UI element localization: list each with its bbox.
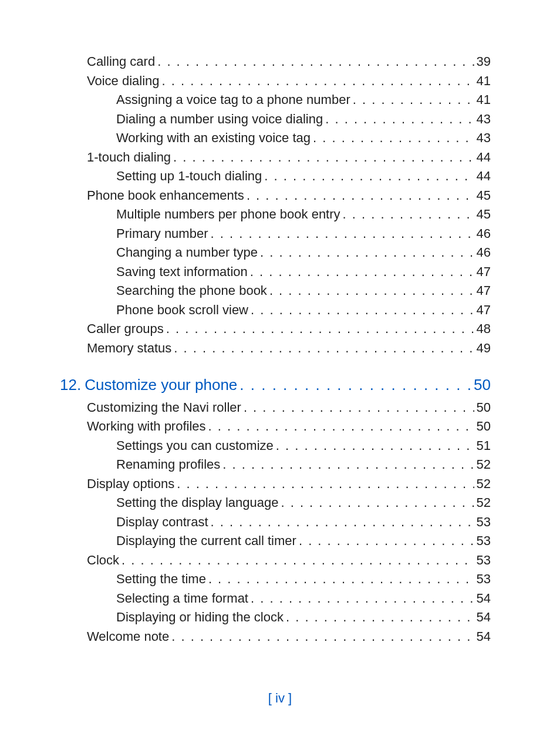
toc-label: Working with an existing voice tag [116, 130, 311, 146]
toc-entry[interactable]: Setting the display language52 [116, 495, 491, 510]
toc-entry[interactable]: Changing a number type46 [116, 245, 491, 260]
toc-label: Renaming profiles [116, 457, 220, 472]
toc-page-number: 45 [477, 188, 491, 203]
toc-page-number: 49 [477, 341, 491, 356]
toc-entry[interactable]: Settings you can customize51 [116, 438, 491, 453]
toc-label: Clock [87, 553, 119, 568]
toc-entry[interactable]: Voice dialing41 [87, 73, 491, 89]
toc-label: Searching the phone book [116, 283, 267, 298]
toc-entry[interactable]: Searching the phone book47 [116, 283, 491, 298]
toc-entry[interactable]: Welcome note54 [87, 629, 491, 644]
toc-entry[interactable]: Display contrast53 [116, 515, 491, 530]
toc-page-number: 54 [477, 629, 491, 644]
toc-page-number: 50 [474, 376, 491, 394]
toc-label: Welcome note [87, 629, 169, 644]
toc-page-number: 53 [477, 515, 491, 530]
toc-page-number: 47 [477, 283, 491, 298]
toc-leader-dots [208, 571, 474, 587]
toc-leader-dots [171, 629, 474, 644]
toc-label: Displaying or hiding the clock [116, 610, 284, 625]
toc-label: Setting the display language [116, 495, 278, 510]
toc-label: Phone book scroll view [116, 302, 248, 318]
toc-page-number: 46 [477, 245, 491, 260]
toc-leader-dots [343, 207, 474, 222]
toc-page-number: 46 [477, 226, 491, 241]
toc-entry[interactable]: Renaming profiles52 [116, 457, 491, 472]
toc-page-number: 53 [477, 553, 491, 568]
toc-entry[interactable]: Calling card39 [87, 54, 491, 69]
toc-leader-dots [210, 226, 474, 241]
toc-leader-dots [353, 92, 474, 107]
toc-entry[interactable]: Clock53 [87, 553, 491, 568]
toc-label: Customizing the Navi roller [87, 400, 241, 415]
toc-entry[interactable]: Dialing a number using voice dialing43 [116, 112, 491, 127]
toc-label: Setting up 1-touch dialing [116, 169, 262, 184]
toc-entry[interactable]: 12.Customize your phone50 [87, 376, 491, 394]
toc-page-number: 48 [477, 321, 491, 337]
toc-leader-dots [173, 150, 474, 165]
chapter-number: 12. [60, 376, 85, 394]
toc-leader-dots [239, 376, 471, 394]
toc-entry[interactable]: Selecting a time format54 [116, 591, 491, 606]
toc-leader-dots [260, 245, 474, 260]
toc-page-number: 53 [477, 571, 491, 587]
toc-entry[interactable]: Phone book scroll view47 [116, 302, 491, 318]
toc-entry[interactable]: Customizing the Navi roller50 [87, 400, 491, 415]
toc-page-number: 54 [477, 610, 491, 625]
toc-leader-dots [269, 283, 474, 298]
toc-label: Voice dialing [87, 73, 160, 89]
toc-leader-dots [313, 130, 474, 146]
toc-leader-dots [251, 591, 474, 606]
toc-page-number: 50 [477, 400, 491, 415]
toc-page-number: 47 [477, 302, 491, 318]
toc-entry[interactable]: Primary number46 [116, 226, 491, 241]
toc-entry[interactable]: Memory status49 [87, 341, 491, 356]
toc-entry[interactable]: Saving text information47 [116, 264, 491, 280]
toc-label: Customize your phone [85, 376, 237, 394]
toc-page-number: 47 [477, 264, 491, 280]
toc-container: Calling card39Voice dialing41Assigning a… [87, 54, 491, 648]
toc-leader-dots [211, 515, 474, 530]
toc-entry[interactable]: 1-touch dialing44 [87, 150, 491, 165]
toc-leader-dots [276, 438, 474, 453]
toc-page-number: 41 [477, 73, 491, 89]
toc-leader-dots [264, 169, 474, 184]
toc-entry[interactable]: Assigning a voice tag to a phone number4… [116, 92, 491, 107]
toc-page-number: 39 [477, 54, 491, 69]
toc-label: Calling card [87, 54, 155, 69]
toc-leader-dots [250, 264, 474, 280]
toc-leader-dots [325, 112, 474, 127]
toc-entry[interactable]: Displaying the current call timer53 [116, 533, 491, 549]
toc-entry[interactable]: Phone book enhancements45 [87, 188, 491, 203]
toc-leader-dots [166, 321, 474, 337]
toc-label: Setting the time [116, 571, 206, 587]
toc-entry[interactable]: Multiple numbers per phone book entry45 [116, 207, 491, 222]
toc-entry[interactable]: Caller groups48 [87, 321, 491, 337]
toc-page-number: 44 [477, 169, 491, 184]
toc-entry[interactable]: Display options52 [87, 476, 491, 492]
toc-page-number: 52 [477, 476, 491, 492]
toc-entry[interactable]: Displaying or hiding the clock54 [116, 610, 491, 625]
toc-entry[interactable]: Setting the time53 [116, 571, 491, 587]
toc-label: Memory status [87, 341, 171, 356]
toc-leader-dots [286, 610, 474, 625]
toc-page-number: 43 [477, 130, 491, 146]
toc-label: Display contrast [116, 515, 208, 530]
toc-entry[interactable]: Setting up 1-touch dialing44 [116, 169, 491, 184]
toc-label: 1-touch dialing [87, 150, 171, 165]
toc-leader-dots [208, 419, 474, 434]
toc-leader-dots [177, 476, 474, 492]
page-footer: [ iv ] [0, 691, 560, 706]
toc-label: Saving text information [116, 264, 248, 280]
toc-leader-dots [157, 54, 474, 69]
toc-leader-dots [162, 73, 474, 89]
toc-label: Phone book enhancements [87, 188, 244, 203]
toc-entry[interactable]: Working with profiles50 [87, 419, 491, 434]
toc-label: Changing a number type [116, 245, 258, 260]
toc-leader-dots [244, 400, 474, 415]
toc-entry[interactable]: Working with an existing voice tag43 [116, 130, 491, 146]
toc-page-number: 51 [477, 438, 491, 453]
toc-leader-dots [299, 533, 474, 549]
toc-page-number: 53 [477, 533, 491, 549]
toc-label: Caller groups [87, 321, 164, 337]
